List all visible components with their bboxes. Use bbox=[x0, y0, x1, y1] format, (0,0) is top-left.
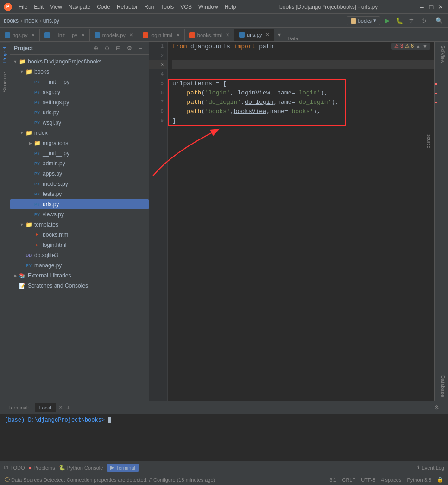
tree-urls-books[interactable]: PY urls.py bbox=[10, 107, 149, 118]
terminal-tab[interactable]: ▶ Terminal bbox=[107, 464, 139, 472]
tree-label: admin.py bbox=[43, 160, 65, 167]
menu-window[interactable]: Window bbox=[196, 3, 221, 11]
menu-view[interactable]: View bbox=[47, 3, 65, 11]
collapse-all-button[interactable]: ⊟ bbox=[114, 44, 123, 53]
git-icon[interactable]: 🔒 bbox=[437, 477, 443, 483]
tab-close-icon[interactable]: ✕ bbox=[176, 32, 180, 38]
tab-models-py[interactable]: models.py ✕ bbox=[90, 29, 138, 41]
tree-login-html[interactable]: H login.html bbox=[10, 240, 149, 250]
scroll-to-source-button[interactable]: ⊙ bbox=[102, 44, 112, 53]
menu-code[interactable]: Code bbox=[94, 3, 113, 11]
add-item-button[interactable]: ⊕ bbox=[91, 44, 101, 53]
project-panel-tab[interactable]: Project bbox=[0, 42, 10, 67]
tab-urls-py[interactable]: urls.py ✕ bbox=[234, 29, 274, 41]
tree-wsgi[interactable]: PY wsgi.py bbox=[10, 118, 149, 128]
tab-close-icon[interactable]: ✕ bbox=[31, 32, 35, 38]
run-config-selector[interactable]: books ▾ bbox=[347, 16, 380, 25]
line-ending[interactable]: CRLF bbox=[342, 477, 355, 483]
tab-init-py[interactable]: __init__.py ✕ bbox=[40, 29, 89, 41]
event-log[interactable]: ℹ Event Log bbox=[417, 465, 444, 471]
python-version[interactable]: Python 3.8 bbox=[407, 477, 431, 483]
tab-overflow-button[interactable]: ▾ bbox=[274, 31, 284, 38]
tab-close-icon[interactable]: ✕ bbox=[81, 32, 85, 38]
error-marker-3 bbox=[435, 102, 437, 103]
tab-ngs-py[interactable]: ngs.py ✕ bbox=[0, 29, 40, 41]
local-tab-close[interactable]: ✕ bbox=[59, 405, 63, 410]
tree-root[interactable]: ▼ 📁 books D:\djangoProject\books bbox=[10, 57, 149, 67]
tree-books-folder[interactable]: ▼ 📁 books bbox=[10, 67, 149, 77]
bottom-panel: Terminal: Local ✕ + ⚙ – (base) D:\django… bbox=[0, 401, 448, 461]
tab-books-html[interactable]: books.html ✕ bbox=[185, 29, 234, 41]
code-content[interactable]: from django.urls import path urlpatterns… bbox=[168, 42, 438, 401]
menu-navigate[interactable]: Navigate bbox=[66, 3, 93, 11]
tree-index-folder[interactable]: ▼ 📁 index bbox=[10, 128, 149, 138]
status-right-items: 3:1 CRLF UTF-8 4 spaces Python 3.8 🔒 bbox=[329, 477, 443, 483]
indent-setting[interactable]: 4 spaces bbox=[381, 477, 401, 483]
tree-init-books[interactable]: PY __init__.py bbox=[10, 77, 149, 87]
problems-tab[interactable]: ● Problems bbox=[29, 465, 55, 471]
menu-file[interactable]: File bbox=[16, 3, 30, 11]
gear-icon[interactable]: ⚙ bbox=[125, 44, 134, 53]
run-button[interactable]: ▶ bbox=[382, 16, 392, 26]
minimize-panel-button[interactable]: – bbox=[136, 44, 145, 53]
tree-init-index[interactable]: PY __init__.py bbox=[10, 148, 149, 158]
menu-vcs[interactable]: VCS bbox=[177, 3, 195, 11]
menu-help[interactable]: Help bbox=[222, 3, 239, 11]
terminal-cursor bbox=[108, 417, 111, 423]
chevron-down-icon[interactable]: ▼ bbox=[423, 44, 428, 49]
sciview-panel-tab[interactable]: SciView bbox=[438, 42, 448, 67]
terminal-settings-icon[interactable]: ⚙ bbox=[434, 404, 439, 411]
tree-manage-py[interactable]: PY manage.py bbox=[10, 260, 149, 271]
bottom-status-bar: ⓘ Data Sources Detected: Connection prop… bbox=[0, 474, 448, 485]
tab-close-icon[interactable]: ✕ bbox=[265, 32, 269, 37]
coverage-button[interactable]: ☂ bbox=[406, 16, 416, 26]
terminal-minimize-icon[interactable]: – bbox=[441, 404, 444, 411]
tree-urls-index[interactable]: PY urls.py bbox=[10, 199, 149, 209]
tree-templates-folder[interactable]: ▼ 📁 templates bbox=[10, 220, 149, 230]
profile-button[interactable]: ⏱ bbox=[418, 16, 429, 26]
encoding[interactable]: UTF-8 bbox=[361, 477, 375, 483]
editor-tabs: ngs.py ✕ __init__.py ✕ models.py ✕ login… bbox=[0, 28, 448, 42]
menu-edit[interactable]: Edit bbox=[31, 3, 46, 11]
python-console-icon: 🐍 bbox=[59, 465, 65, 471]
debug-button[interactable]: 🐛 bbox=[394, 16, 404, 26]
menu-tools[interactable]: Tools bbox=[158, 3, 177, 11]
todo-tab[interactable]: ☑ TODO bbox=[4, 465, 25, 471]
breadcrumb-books[interactable]: books bbox=[4, 18, 19, 24]
minimize-button[interactable]: – bbox=[418, 3, 426, 11]
data-tab[interactable]: Data bbox=[284, 36, 301, 41]
cursor-position[interactable]: 3:1 bbox=[329, 477, 336, 483]
breadcrumb-index[interactable]: index bbox=[24, 18, 38, 24]
close-button[interactable]: ✕ bbox=[437, 3, 444, 11]
py-file-icon: PY bbox=[33, 181, 41, 187]
tree-books-html[interactable]: H books.html bbox=[10, 230, 149, 240]
tree-asgi[interactable]: PY asgi.py bbox=[10, 87, 149, 97]
breadcrumb-file[interactable]: urls.py bbox=[43, 18, 59, 24]
python-console-tab[interactable]: 🐍 Python Console bbox=[59, 465, 103, 471]
structure-panel-tab[interactable]: Structure bbox=[0, 67, 10, 97]
tree-db-sqlite[interactable]: DB db.sqlite3 bbox=[10, 250, 149, 260]
tree-label: books bbox=[34, 69, 49, 75]
tree-apps[interactable]: PY apps.py bbox=[10, 169, 149, 179]
tree-settings[interactable]: PY settings.py bbox=[10, 97, 149, 107]
tree-models[interactable]: PY models.py bbox=[10, 179, 149, 189]
tree-scratches[interactable]: 📝 Scratches and Consoles bbox=[10, 281, 149, 291]
tab-login-html[interactable]: login.html ✕ bbox=[138, 29, 185, 41]
tree-tests[interactable]: PY tests.py bbox=[10, 189, 149, 199]
menu-run[interactable]: Run bbox=[141, 3, 157, 11]
tree-migrations[interactable]: ▶ 📁 migrations bbox=[10, 138, 149, 148]
maximize-button[interactable]: □ bbox=[428, 3, 435, 11]
chevron-up-icon[interactable]: ▲ bbox=[416, 44, 421, 49]
tab-close-icon[interactable]: ✕ bbox=[129, 32, 133, 38]
menu-refactor[interactable]: Refactor bbox=[114, 3, 140, 11]
tab-label: ngs.py bbox=[13, 32, 27, 38]
tree-admin[interactable]: PY admin.py bbox=[10, 158, 149, 169]
tree-external-libs[interactable]: ▶ 📚 External Libraries bbox=[10, 271, 149, 281]
tree-views[interactable]: PY views.py bbox=[10, 209, 149, 220]
database-panel-tab[interactable]: Database bbox=[438, 372, 448, 401]
add-terminal-button[interactable]: + bbox=[63, 404, 73, 411]
terminal-content[interactable]: (base) D:\djangoProject\books> bbox=[0, 414, 448, 461]
search-everywhere-button[interactable]: 🔍 bbox=[434, 16, 444, 26]
tab-close-icon[interactable]: ✕ bbox=[226, 32, 229, 38]
tab-local[interactable]: Local bbox=[35, 403, 56, 412]
